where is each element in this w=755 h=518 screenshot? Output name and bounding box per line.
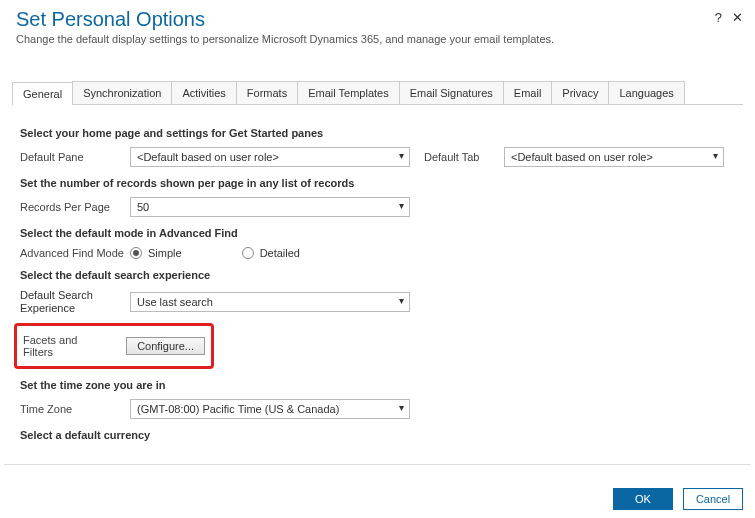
records-per-page-value: 50 xyxy=(137,201,149,213)
section-currency-heading: Select a default currency xyxy=(20,429,735,441)
configure-button[interactable]: Configure... xyxy=(126,337,205,355)
default-search-experience-label: Default Search Experience xyxy=(20,289,130,315)
default-tab-select[interactable]: <Default based on user role> xyxy=(504,147,724,167)
tab-strip: General Synchronization Activities Forma… xyxy=(12,81,743,105)
default-pane-value: <Default based on user role> xyxy=(137,151,279,163)
tab-languages[interactable]: Languages xyxy=(608,81,684,104)
section-timezone-heading: Set the time zone you are in xyxy=(20,379,735,391)
default-search-experience-value: Use last search xyxy=(137,296,213,308)
tab-email-templates[interactable]: Email Templates xyxy=(297,81,400,104)
radio-simple[interactable]: Simple xyxy=(130,247,182,259)
records-per-page-select[interactable]: 50 xyxy=(130,197,410,217)
facets-highlight: Facets and Filters Configure... xyxy=(14,323,214,369)
tab-email-signatures[interactable]: Email Signatures xyxy=(399,81,504,104)
section-findmode-heading: Select the default mode in Advanced Find xyxy=(20,227,735,239)
tab-activities[interactable]: Activities xyxy=(171,81,236,104)
page-title: Set Personal Options xyxy=(16,8,739,31)
radio-dot-icon xyxy=(130,247,142,259)
content-panel: Select your home page and settings for G… xyxy=(4,105,751,465)
radio-dot-icon xyxy=(242,247,254,259)
ok-button[interactable]: OK xyxy=(613,488,673,510)
timezone-select[interactable]: (GMT-08:00) Pacific Time (US & Canada) xyxy=(130,399,410,419)
timezone-label: Time Zone xyxy=(20,403,130,415)
default-search-experience-select[interactable]: Use last search xyxy=(130,292,410,312)
timezone-value: (GMT-08:00) Pacific Time (US & Canada) xyxy=(137,403,339,415)
tab-email[interactable]: Email xyxy=(503,81,553,104)
default-tab-label: Default Tab xyxy=(424,151,504,163)
tab-formats[interactable]: Formats xyxy=(236,81,298,104)
default-pane-label: Default Pane xyxy=(20,151,130,163)
tab-general[interactable]: General xyxy=(12,82,73,105)
section-records-heading: Set the number of records shown per page… xyxy=(20,177,735,189)
help-icon[interactable]: ? xyxy=(715,10,722,25)
tab-privacy[interactable]: Privacy xyxy=(551,81,609,104)
tab-synchronization[interactable]: Synchronization xyxy=(72,81,172,104)
advanced-find-mode-label: Advanced Find Mode xyxy=(20,247,130,259)
cancel-button[interactable]: Cancel xyxy=(683,488,743,510)
radio-detailed-label: Detailed xyxy=(260,247,300,259)
close-icon[interactable]: ✕ xyxy=(732,10,743,25)
radio-detailed[interactable]: Detailed xyxy=(242,247,300,259)
page-subtitle: Change the default display settings to p… xyxy=(16,33,739,45)
default-pane-select[interactable]: <Default based on user role> xyxy=(130,147,410,167)
default-tab-value: <Default based on user role> xyxy=(511,151,653,163)
records-per-page-label: Records Per Page xyxy=(20,201,130,213)
section-search-heading: Select the default search experience xyxy=(20,269,735,281)
radio-simple-label: Simple xyxy=(148,247,182,259)
section-homepage-heading: Select your home page and settings for G… xyxy=(20,127,735,139)
facets-filters-label: Facets and Filters xyxy=(23,334,106,358)
